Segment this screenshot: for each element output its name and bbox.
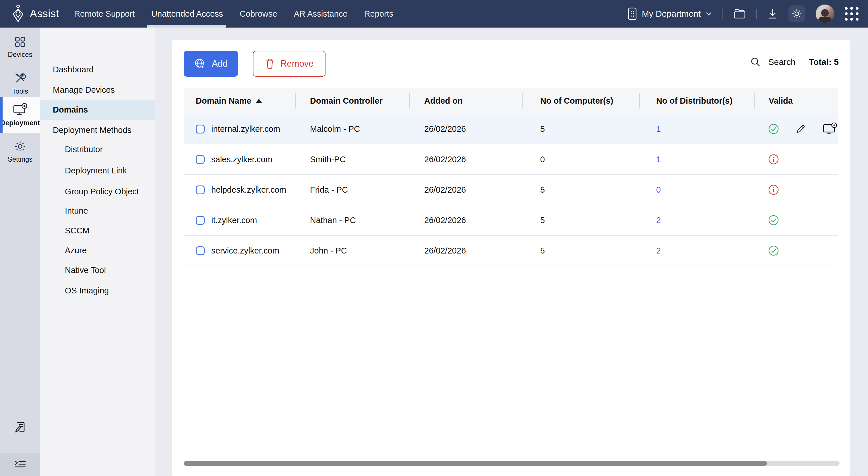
distributors-count-link[interactable]: 0 bbox=[656, 185, 661, 195]
column-header-domain-name[interactable]: Domain Name bbox=[184, 88, 296, 114]
distributors-count-link[interactable]: 1 bbox=[656, 124, 661, 133]
nav-tab-ar-assistance[interactable]: AR Assistance bbox=[294, 0, 348, 28]
department-label: My Department bbox=[642, 9, 701, 19]
search-control[interactable]: Search bbox=[750, 57, 795, 67]
domain-controller-cell: Smith-PC bbox=[296, 155, 410, 164]
apps-grid-icon[interactable] bbox=[845, 7, 859, 21]
department-selector[interactable]: My Department bbox=[627, 7, 712, 20]
sidebar-item-deployment-methods[interactable]: Deployment Methods bbox=[40, 120, 155, 140]
sidebar-item-group-policy-object[interactable]: Group Policy Object bbox=[40, 181, 155, 202]
row-checkbox[interactable] bbox=[196, 246, 205, 255]
sidebar-item-azure[interactable]: Azure bbox=[40, 240, 155, 260]
sidebar-item-sccm[interactable]: SCCM bbox=[40, 220, 155, 241]
table-row: internal.zylker.com Malcolm - PC 26/02/2… bbox=[184, 114, 838, 144]
domain-name-cell: service.zylker.com bbox=[211, 246, 279, 256]
distributors-count-link[interactable]: 1 bbox=[656, 155, 661, 164]
row-checkbox[interactable] bbox=[196, 185, 205, 195]
computers-count-cell: 5 bbox=[523, 124, 640, 134]
sidebar-item-distributor[interactable]: Distributor bbox=[40, 139, 155, 159]
download-button[interactable] bbox=[767, 8, 778, 20]
row-checkbox[interactable] bbox=[196, 216, 205, 225]
gear-icon bbox=[791, 8, 803, 20]
toolbar-right: Search Total: 5 bbox=[750, 57, 839, 67]
domains-table-body: internal.zylker.com Malcolm - PC 26/02/2… bbox=[184, 114, 838, 266]
edit-domain-icon[interactable] bbox=[796, 124, 806, 134]
nav-tab-reports[interactable]: Reports bbox=[364, 0, 394, 28]
user-avatar[interactable] bbox=[815, 4, 834, 23]
sidebar-item-native-tool[interactable]: Native Tool bbox=[40, 260, 155, 280]
nav-tab-remote-support[interactable]: Remote Support bbox=[74, 0, 135, 28]
chevron-down-icon bbox=[705, 11, 712, 16]
folder-icon bbox=[733, 8, 746, 19]
table-row: it.zylker.com Nathan - PC 26/02/2026 5 2 bbox=[184, 205, 838, 236]
sidebar-item-deployment-link[interactable]: Deployment Link bbox=[40, 160, 155, 181]
added-on-cell: 26/02/2026 bbox=[410, 246, 523, 256]
computers-count-cell: 5 bbox=[523, 246, 640, 256]
nav-tab-unattended-access[interactable]: Unattended Access bbox=[151, 0, 223, 28]
feedback-icon bbox=[13, 421, 27, 434]
domain-controller-cell: Frida - PC bbox=[296, 185, 410, 195]
tools-icon bbox=[14, 72, 26, 84]
distributors-count-link[interactable]: 2 bbox=[656, 216, 661, 225]
domain-name-cell: internal.zylker.com bbox=[211, 124, 280, 134]
rail-item-deployment[interactable]: Deployment bbox=[0, 97, 40, 133]
main-area: Add Remove Search bbox=[155, 28, 868, 476]
table-row: sales.zylker.com Smith-PC 26/02/2026 0 1 bbox=[184, 144, 838, 175]
horizontal-scrollbar bbox=[184, 461, 840, 466]
add-domain-button[interactable]: Add bbox=[184, 51, 238, 77]
rail-item-settings[interactable]: Settings bbox=[0, 135, 40, 169]
total-count: Total: 5 bbox=[809, 57, 839, 67]
add-computers-icon[interactable] bbox=[823, 123, 837, 135]
gear-icon bbox=[14, 140, 26, 152]
collapse-sidebar-button[interactable] bbox=[0, 453, 40, 476]
sidebar-item-manage-devices[interactable]: Manage Devices bbox=[40, 80, 155, 100]
column-header-validated: Valida bbox=[755, 88, 838, 114]
valid-icon bbox=[768, 123, 779, 135]
table-row: helpdesk.zylker.com Frida - PC 26/02/202… bbox=[184, 175, 838, 205]
added-on-cell: 26/02/2026 bbox=[410, 216, 523, 225]
sort-asc-icon bbox=[256, 99, 262, 103]
remove-domain-button[interactable]: Remove bbox=[253, 51, 326, 77]
computers-count-cell: 5 bbox=[523, 185, 640, 195]
app-logo: Assist bbox=[11, 0, 59, 28]
column-header-domain-controller: Domain Controller bbox=[296, 88, 410, 114]
rail-item-tools[interactable]: Tools bbox=[0, 66, 40, 101]
sidebar-item-domains[interactable]: Domains bbox=[40, 100, 155, 120]
icon-rail: Devices Tools Deployment bbox=[0, 28, 40, 476]
assist-logo-icon bbox=[11, 4, 25, 23]
valid-icon bbox=[768, 245, 779, 257]
row-checkbox[interactable] bbox=[196, 125, 205, 133]
settings-nav-button[interactable] bbox=[788, 5, 805, 22]
column-header-added-on: Added on bbox=[410, 88, 523, 114]
nav-right-cluster: My Department bbox=[627, 0, 859, 28]
added-on-cell: 26/02/2026 bbox=[410, 124, 523, 134]
nav-tab-cobrowse[interactable]: Cobrowse bbox=[240, 0, 277, 28]
download-icon bbox=[767, 8, 778, 20]
domain-controller-cell: John - PC bbox=[296, 246, 410, 256]
valid-icon bbox=[768, 214, 779, 226]
deployment-sidebar: DashboardManage DevicesDomainsDeployment… bbox=[40, 28, 155, 476]
domain-name-cell: sales.zylker.com bbox=[211, 155, 272, 164]
file-transfer-button[interactable] bbox=[733, 8, 746, 19]
collapse-icon bbox=[14, 460, 26, 469]
top-nav: Assist Remote SupportUnattended AccessCo… bbox=[0, 0, 868, 28]
feedback-button[interactable] bbox=[0, 417, 40, 438]
primary-tabs: Remote SupportUnattended AccessCobrowseA… bbox=[74, 0, 393, 28]
table-row: service.zylker.com John - PC 26/02/2026 … bbox=[184, 236, 838, 266]
row-checkbox[interactable] bbox=[196, 155, 205, 164]
sidebar-item-dashboard[interactable]: Dashboard bbox=[40, 59, 155, 80]
domain-name-cell: it.zylker.com bbox=[211, 216, 257, 225]
table-header: Domain Name Domain Controller Added on N… bbox=[184, 88, 838, 114]
distributors-count-link[interactable]: 2 bbox=[656, 246, 661, 255]
department-icon bbox=[627, 7, 637, 20]
domain-controller-cell: Malcolm - PC bbox=[296, 124, 410, 134]
sidebar-item-intune[interactable]: Intune bbox=[40, 201, 155, 221]
computers-count-cell: 5 bbox=[523, 216, 640, 225]
horizontal-scrollbar-thumb[interactable] bbox=[184, 461, 767, 466]
sidebar-item-os-imaging[interactable]: OS Imaging bbox=[40, 280, 155, 301]
devices-grid-icon bbox=[14, 36, 26, 48]
rail-item-devices[interactable]: Devices bbox=[0, 30, 40, 65]
monitor-plus-icon bbox=[12, 103, 28, 116]
invalid-icon bbox=[768, 154, 779, 165]
nav-divider bbox=[756, 9, 757, 19]
